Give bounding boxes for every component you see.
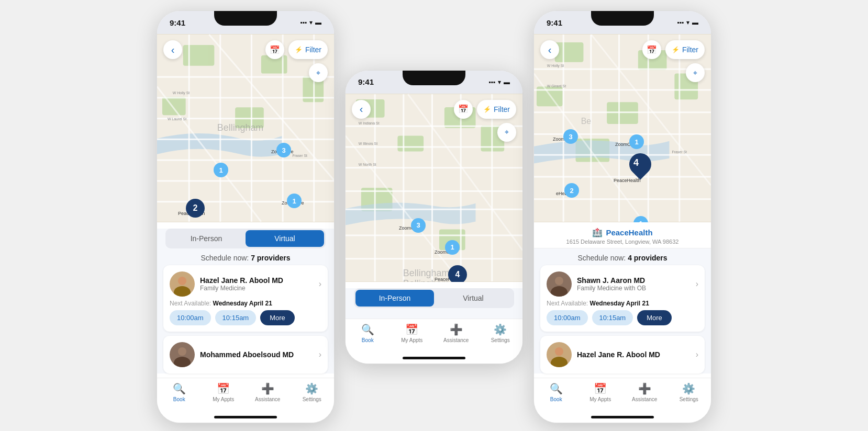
map-pin-3-4[interactable]: 4 <box>629 153 651 180</box>
signal-icon-3: ▪▪▪ <box>677 19 684 26</box>
nav-book-label-2: Book <box>362 337 374 343</box>
map-pin-2-4[interactable]: 4 <box>448 265 467 282</box>
tab-virtual-1[interactable]: Virtual <box>246 230 324 247</box>
svg-rect-48 <box>491 94 493 281</box>
map-2[interactable]: Bellingham Bellingham W Indiana St W Ill… <box>346 94 522 282</box>
filter-button-3[interactable]: ⚡ Filter <box>665 40 705 59</box>
svg-rect-38 <box>346 146 522 148</box>
more-button-1[interactable]: More <box>260 310 295 325</box>
nav-book-2[interactable]: 🔍 Book <box>352 323 383 343</box>
time-slot-3-2[interactable]: 10:15am <box>592 310 633 325</box>
svg-rect-16 <box>282 35 284 222</box>
back-button-3[interactable]: ‹ <box>540 40 559 59</box>
svg-rect-33 <box>397 135 424 151</box>
provider-arrow-3-2: › <box>696 350 698 359</box>
tab-inperson-1[interactable]: In-Person <box>167 230 246 247</box>
svg-point-82 <box>551 286 567 297</box>
nav-settings-3[interactable]: ⚙️ Settings <box>673 382 705 402</box>
wifi-icon: ▾ <box>309 19 313 26</box>
nav-appts-2[interactable]: 📅 My Appts <box>396 323 428 343</box>
tab-inperson-2[interactable]: In-Person <box>355 290 434 307</box>
signal-icon-2: ▪▪▪ <box>488 78 495 86</box>
filter-button-1[interactable]: ⚡ Filter <box>288 40 328 59</box>
svg-point-25 <box>174 286 191 297</box>
map-pin-3-2[interactable]: 2 <box>564 183 579 198</box>
svg-rect-7 <box>157 97 334 98</box>
provider-avatar-1 <box>170 271 195 297</box>
time-slot-3-1[interactable]: 10:00am <box>547 310 588 325</box>
map-controls-2: 📅 ⚡ Filter <box>454 100 516 119</box>
plus-icon-2: ➕ <box>450 323 463 336</box>
provider-card-1-2[interactable]: Mohammed Aboelsoud MD › <box>163 336 328 373</box>
hospital-icon: 🏥 <box>592 228 603 237</box>
svg-rect-1 <box>183 45 215 66</box>
nav-assistance-2[interactable]: ➕ Assistance <box>440 323 472 343</box>
map-pin-3-3[interactable]: 3 <box>563 129 578 144</box>
location-button-3[interactable]: ⌖ <box>686 63 705 82</box>
map-pin-1-1[interactable]: 1 <box>214 163 228 177</box>
calendar-button-3[interactable]: 📅 <box>642 40 661 59</box>
nav-assistance-3[interactable]: ➕ Assistance <box>629 382 660 402</box>
provider-card-3-2[interactable]: Hazel Jane R. Abool MD › <box>540 336 705 373</box>
back-button-1[interactable]: ‹ <box>163 40 182 59</box>
svg-rect-45 <box>403 94 404 281</box>
time-slot-1-2[interactable]: 10:15am <box>215 310 257 325</box>
map-controls-1: 📅 ⚡ Filter <box>265 40 328 59</box>
provider-name-1: Hazel Jane R. Abool MD <box>200 276 314 285</box>
nav-settings-label-1: Settings <box>303 396 321 402</box>
nav-settings-2[interactable]: ⚙️ Settings <box>485 323 516 343</box>
calendar-button-2[interactable]: 📅 <box>454 100 473 119</box>
svg-rect-57 <box>555 42 584 62</box>
tab-toggle-2: In-Person Virtual <box>354 288 514 308</box>
calendar-button-1[interactable]: 📅 <box>265 40 284 59</box>
nav-book-3[interactable]: 🔍 Book <box>540 382 572 402</box>
map-1[interactable]: Bellingham W Holly St Fraser St W Laurel… <box>157 34 334 222</box>
provider-arrow-3-1: › <box>696 279 698 289</box>
location-button-2[interactable]: ⌖ <box>497 123 516 142</box>
calendar-icon-3: 📅 <box>594 382 607 395</box>
calendar-icon-1: 📅 <box>217 382 230 395</box>
tab-virtual-2[interactable]: Virtual <box>434 290 513 307</box>
provider-name-2: Mohammed Aboelsoud MD <box>200 350 314 359</box>
map-pin-2-1[interactable]: 1 <box>445 240 460 255</box>
nav-settings-1[interactable]: ⚙️ Settings <box>296 382 328 402</box>
time-slot-1-1[interactable]: 10:00am <box>170 310 211 325</box>
back-button-2[interactable]: ‹ <box>352 100 371 119</box>
nav-book-1[interactable]: 🔍 Book <box>163 382 195 402</box>
battery-icon-2: ▬ <box>504 78 510 86</box>
notch-2 <box>403 71 465 85</box>
svg-rect-17 <box>313 35 315 222</box>
svg-rect-11 <box>157 180 334 182</box>
map-pin-1-3[interactable]: 3 <box>276 143 291 157</box>
provider-info-3-1: Shawn J. Aaron MD Family Medicine with O… <box>577 276 691 292</box>
provider-arrow-2: › <box>319 350 321 359</box>
plus-icon-3: ➕ <box>638 382 651 395</box>
battery-icon-3: ▬ <box>692 19 698 26</box>
map-pin-1-2[interactable]: 2 <box>186 199 205 218</box>
svg-rect-42 <box>346 234 522 236</box>
nav-assistance-1[interactable]: ➕ Assistance <box>252 382 283 402</box>
nav-appts-3[interactable]: 📅 My Appts <box>585 382 616 402</box>
status-bar-2: 9:41 ▪▪▪ ▾ ▬ <box>346 71 522 94</box>
more-button-3[interactable]: More <box>637 310 672 325</box>
bottom-nav-3: 🔍 Book 📅 My Appts ➕ Assistance ⚙️ Settin… <box>534 378 711 413</box>
provider-card-top-1: Hazel Jane R. Abool MD Family Medicine › <box>170 271 321 297</box>
location-button-1[interactable]: ⌖ <box>309 63 328 82</box>
nav-settings-label-2: Settings <box>491 337 510 343</box>
wifi-icon-3: ▾ <box>686 19 689 26</box>
svg-text:W Illinois St: W Illinois St <box>359 142 377 145</box>
map-pin-3-1[interactable]: 1 <box>629 134 644 149</box>
svg-text:Fraser St: Fraser St <box>292 154 307 157</box>
map-pin-2-3[interactable]: 3 <box>411 218 426 233</box>
status-icons-2: ▪▪▪ ▾ ▬ <box>488 78 510 86</box>
svg-rect-64 <box>534 89 711 90</box>
map-3[interactable]: Be W Holly St W Girard St Fraser St ‹ 📅 … <box>534 34 711 222</box>
nav-appts-1[interactable]: 📅 My Appts <box>208 382 239 402</box>
svg-text:W Holly St: W Holly St <box>547 64 564 68</box>
svg-rect-10 <box>157 160 334 161</box>
provider-card-3-1[interactable]: Shawn J. Aaron MD Family Medicine with O… <box>540 265 705 332</box>
map-pin-1-4[interactable]: 1 <box>287 194 302 208</box>
provider-card-top-3-1: Shawn J. Aaron MD Family Medicine with O… <box>547 271 698 297</box>
filter-button-2[interactable]: ⚡ Filter <box>477 100 516 119</box>
provider-card-1-1[interactable]: Hazel Jane R. Abool MD Family Medicine ›… <box>163 265 328 332</box>
